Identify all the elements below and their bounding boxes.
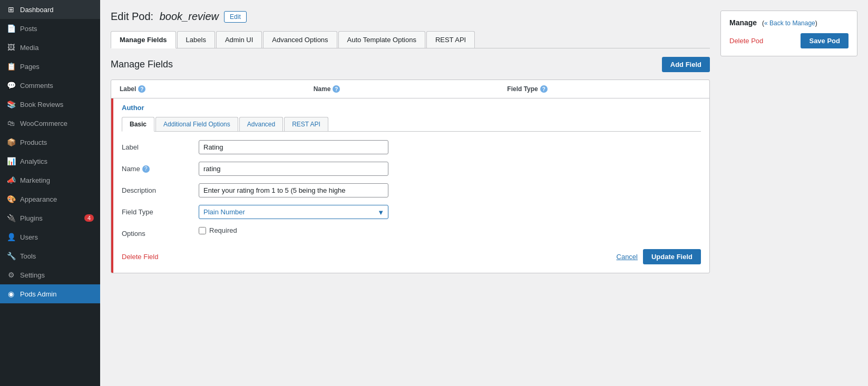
sidebar-label-appearance: Appearance [20, 195, 57, 203]
woocommerce-icon: 🛍 [6, 118, 16, 128]
sidebar-label-analytics: Analytics [20, 157, 47, 165]
manage-panel-title: Manage (« Back to Manage) [729, 18, 849, 27]
sidebar-label-posts: Posts [20, 25, 37, 33]
description-row: Description [122, 183, 701, 197]
required-checkbox-label[interactable]: Required [199, 226, 388, 234]
required-label: Required [209, 226, 237, 234]
delete-pod-button[interactable]: Delete Pod [729, 37, 763, 45]
sidebar-label-woocommerce: WooCommerce [20, 120, 67, 127]
sidebar-item-products[interactable]: 📦 Products [0, 133, 100, 152]
sidebar-label-marketing: Marketing [20, 176, 50, 184]
sidebar-label-media: Media [20, 44, 38, 52]
sidebar-label-products: Products [20, 138, 47, 146]
sidebar-label-pages: Pages [20, 63, 40, 71]
label-input[interactable] [199, 140, 388, 154]
analytics-icon: 📊 [6, 156, 16, 166]
sidebar-item-dashboard[interactable]: ⊞ Dashboard [0, 0, 100, 19]
col-label: Label ? [120, 85, 314, 93]
name-field-control [199, 162, 388, 176]
sidebar-label-tools: Tools [20, 252, 36, 260]
sidebar-item-users[interactable]: 👤 Users [0, 227, 100, 246]
pods-admin-icon: ◉ [6, 289, 16, 299]
manage-panel-actions: Delete Pod Save Pod [729, 33, 849, 48]
fields-table: Label ? Name ? Field Type ? Author [111, 80, 710, 273]
field-editor: BasicAdditional Field OptionsAdvancedRES… [113, 117, 709, 273]
name-help-icon[interactable]: ? [333, 85, 340, 93]
sidebar-item-book-reviews[interactable]: 📚 Book Reviews [0, 95, 100, 114]
sidebar-label-comments: Comments [20, 82, 53, 90]
marketing-icon: 📣 [6, 175, 16, 185]
label-field-control [199, 140, 388, 154]
name-row: Name ? [122, 162, 701, 176]
dashboard-icon: ⊞ [6, 5, 16, 14]
name-field-help-icon[interactable]: ? [142, 165, 150, 173]
inner-tab-basic[interactable]: Basic [122, 117, 154, 132]
description-input[interactable] [199, 183, 388, 197]
pages-icon: 📋 [6, 62, 16, 71]
sidebar-label-users: Users [20, 233, 38, 241]
label-field-label: Label [122, 140, 190, 151]
sidebar-item-comments[interactable]: 💬 Comments [0, 76, 100, 95]
sidebar-item-woocommerce[interactable]: 🛍 WooCommerce [0, 114, 100, 133]
col-name: Name ? [314, 85, 508, 93]
sidebar-item-media[interactable]: 🖼 Media [0, 38, 100, 57]
sidebar-item-settings[interactable]: ⚙ Settings [0, 265, 100, 284]
table-header: Label ? Name ? Field Type ? [111, 80, 709, 98]
book-reviews-icon: 📚 [6, 100, 16, 109]
users-icon: 👤 [6, 232, 16, 242]
col-field-type: Field Type ? [507, 85, 701, 93]
sidebar-item-plugins[interactable]: 🔌 Plugins4 [0, 209, 100, 227]
author-label: Author [113, 98, 709, 117]
sidebar-item-tools[interactable]: 🔧 Tools [0, 246, 100, 265]
sidebar: ⊞ Dashboard📄 Posts🖼 Media📋 Pages💬 Commen… [0, 0, 100, 386]
field-type-row: Field Type Plain NumberTextParagraph Tex… [122, 205, 701, 219]
tab-labels[interactable]: Labels [177, 31, 215, 48]
inner-tab-advanced[interactable]: Advanced [239, 117, 283, 131]
back-to-manage-link[interactable]: « Back to Manage [764, 19, 815, 27]
options-control: Required [199, 226, 388, 234]
name-input[interactable] [199, 162, 388, 176]
sidebar-item-pods-admin[interactable]: ◉ Pods Admin [0, 284, 100, 303]
options-row: Options Required [122, 226, 701, 237]
edit-pod-button[interactable]: Edit [224, 11, 247, 23]
field-type-help-icon[interactable]: ? [540, 85, 548, 93]
sidebar-item-appearance[interactable]: 🎨 Appearance [0, 190, 100, 209]
tools-icon: 🔧 [6, 251, 16, 261]
field-type-control: Plain NumberTextParagraph TextDateTimeDa… [199, 205, 388, 219]
required-checkbox[interactable] [199, 227, 206, 234]
field-type-label: Field Type [122, 205, 190, 216]
manage-panel: Manage (« Back to Manage) Delete Pod Sav… [720, 11, 857, 56]
save-pod-button[interactable]: Save Pod [801, 33, 849, 48]
sidebar-item-pages[interactable]: 📋 Pages [0, 57, 100, 76]
plugins-badge: 4 [84, 214, 94, 222]
comments-icon: 💬 [6, 81, 16, 90]
inner-tab-additional[interactable]: Additional Field Options [155, 117, 238, 131]
media-icon: 🖼 [6, 43, 16, 52]
delete-field-button[interactable]: Delete Field [122, 253, 158, 261]
tab-manage-fields[interactable]: Manage Fields [111, 31, 176, 48]
plugins-icon: 🔌 [6, 213, 16, 223]
cancel-button[interactable]: Cancel [617, 253, 638, 261]
sidebar-item-posts[interactable]: 📄 Posts [0, 19, 100, 38]
tab-advanced-options[interactable]: Advanced Options [263, 31, 337, 48]
main-tabs: Manage FieldsLabelsAdmin UIAdvanced Opti… [111, 31, 710, 48]
inner-tabs: BasicAdditional Field OptionsAdvancedRES… [122, 117, 701, 132]
section-title: Manage Fields [111, 59, 173, 70]
tab-rest-api[interactable]: REST API [426, 31, 475, 48]
inner-tab-rest-api[interactable]: REST API [284, 117, 328, 131]
label-row: Label [122, 140, 701, 154]
main-content: Edit Pod: book_review Edit Manage Fields… [100, 0, 868, 386]
update-field-button[interactable]: Update Field [643, 249, 701, 264]
tab-auto-template-options[interactable]: Auto Template Options [338, 31, 425, 48]
sidebar-label-dashboard: Dashboard [20, 6, 54, 14]
sidebar-label-pods-admin: Pods Admin [20, 290, 56, 298]
right-sidebar: Manage (« Back to Manage) Delete Pod Sav… [720, 11, 857, 375]
tab-admin-ui[interactable]: Admin UI [216, 31, 262, 48]
label-help-icon[interactable]: ? [138, 85, 145, 93]
add-field-button[interactable]: Add Field [662, 57, 710, 72]
field-editor-footer: Delete Field Cancel Update Field [122, 245, 701, 264]
field-type-select[interactable]: Plain NumberTextParagraph TextDateTimeDa… [199, 205, 388, 219]
sidebar-item-analytics[interactable]: 📊 Analytics [0, 152, 100, 171]
settings-icon: ⚙ [6, 270, 16, 280]
sidebar-item-marketing[interactable]: 📣 Marketing [0, 171, 100, 190]
